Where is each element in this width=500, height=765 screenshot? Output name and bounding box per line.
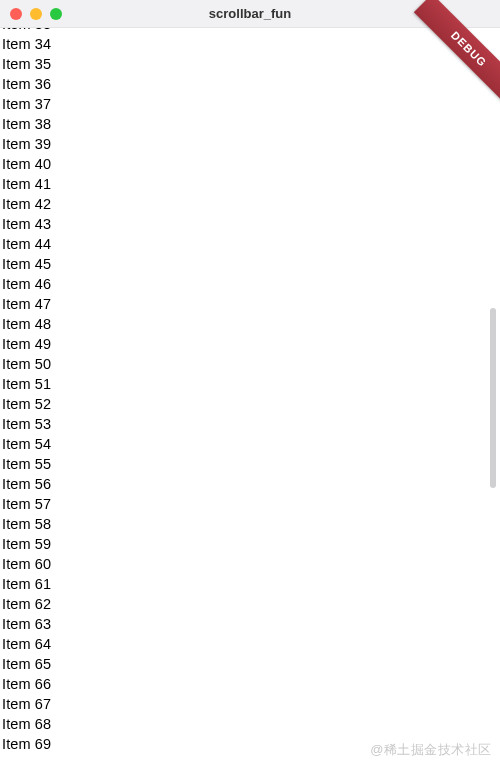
- scrollbar-track[interactable]: [488, 28, 496, 765]
- list-item[interactable]: Item 44: [0, 234, 500, 254]
- list-item[interactable]: Item 42: [0, 194, 500, 214]
- watermark: @稀土掘金技术社区: [370, 741, 492, 759]
- list-item[interactable]: Item 58: [0, 514, 500, 534]
- list-item[interactable]: Item 40: [0, 154, 500, 174]
- list-item[interactable]: Item 41: [0, 174, 500, 194]
- maximize-button[interactable]: [50, 8, 62, 20]
- list-item[interactable]: Item 39: [0, 134, 500, 154]
- app-content: Item 33 Item 34 Item 35 Item 36 Item 37 …: [0, 28, 500, 765]
- list-item[interactable]: Item 63: [0, 614, 500, 634]
- list-item[interactable]: Item 47: [0, 294, 500, 314]
- minimize-button[interactable]: [30, 8, 42, 20]
- list-item[interactable]: Item 46: [0, 274, 500, 294]
- list-item[interactable]: Item 56: [0, 474, 500, 494]
- list-item[interactable]: Item 51: [0, 374, 500, 394]
- list-item[interactable]: Item 61: [0, 574, 500, 594]
- list-item[interactable]: Item 54: [0, 434, 500, 454]
- list-item[interactable]: Item 36: [0, 74, 500, 94]
- list-item[interactable]: Item 67: [0, 694, 500, 714]
- list-item[interactable]: Item 66: [0, 674, 500, 694]
- list-item[interactable]: Item 64: [0, 634, 500, 654]
- list-item[interactable]: Item 57: [0, 494, 500, 514]
- list-item[interactable]: Item 34: [0, 34, 500, 54]
- close-button[interactable]: [10, 8, 22, 20]
- list-item[interactable]: Item 35: [0, 54, 500, 74]
- list-item[interactable]: Item 37: [0, 94, 500, 114]
- scroll-list[interactable]: Item 33 Item 34 Item 35 Item 36 Item 37 …: [0, 28, 500, 754]
- list-item[interactable]: Item 65: [0, 654, 500, 674]
- list-item[interactable]: Item 53: [0, 414, 500, 434]
- list-item[interactable]: Item 59: [0, 534, 500, 554]
- list-item[interactable]: Item 60: [0, 554, 500, 574]
- list-item[interactable]: Item 50: [0, 354, 500, 374]
- list-item[interactable]: Item 43: [0, 214, 500, 234]
- list-item[interactable]: Item 45: [0, 254, 500, 274]
- scrollbar-thumb[interactable]: [490, 308, 496, 488]
- list-item[interactable]: Item 49: [0, 334, 500, 354]
- list-item[interactable]: Item 55: [0, 454, 500, 474]
- list-item[interactable]: Item 62: [0, 594, 500, 614]
- list-item[interactable]: Item 38: [0, 114, 500, 134]
- list-item[interactable]: Item 68: [0, 714, 500, 734]
- traffic-lights: [0, 8, 62, 20]
- list-item[interactable]: Item 52: [0, 394, 500, 414]
- list-item[interactable]: Item 48: [0, 314, 500, 334]
